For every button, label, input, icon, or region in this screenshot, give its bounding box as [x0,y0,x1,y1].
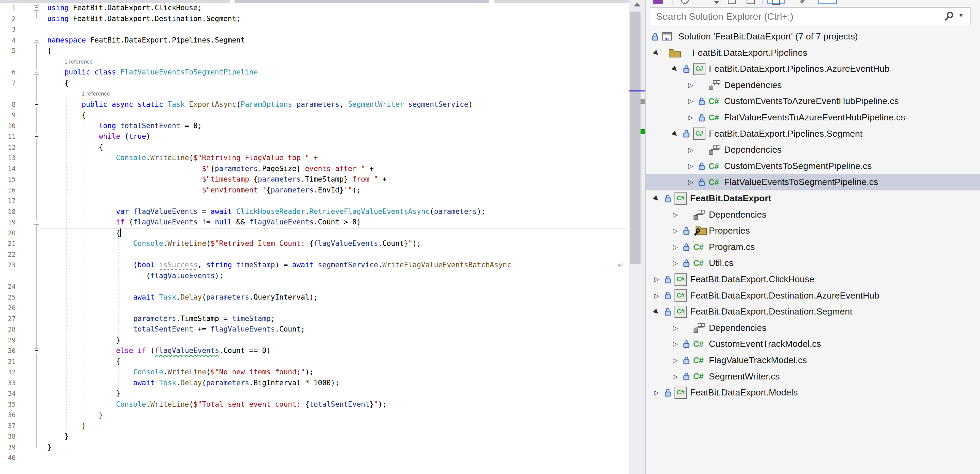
tree-item-featbit-dataexport-pipelines-azureeventhub[interactable]: ▶C#FeatBit.DataExport.Pipelines.AzureEve… [646,61,980,77]
code-row[interactable]: 24 [0,281,629,292]
tree-item-featbit-dataexport-clickhouse[interactable]: ▷C#FeatBit.DataExport.ClickHouse [646,271,980,288]
tree-item-flatvalueeventstosegmentpipeline-cs[interactable]: ▷C#FlatValueEventsToSegmentPipeline.cs [646,174,980,190]
code-row[interactable]: 40 [0,453,629,463]
tree-item-dependencies[interactable]: ▷Dependencies [646,142,980,158]
code-row[interactable]: 27 parameters.TimeStamp = timeStamp; [0,313,629,324]
code-row[interactable]: 7 { [0,78,629,89]
tree-item-dependencies[interactable]: ▷Dependencies [646,207,980,223]
tree-item-featbit-dataexport-models[interactable]: ▷C#FeatBit.DataExport.Models [646,385,980,401]
code-row[interactable]: 16 $"environment '{parameters.EnvId}'"); [0,185,629,196]
tree-item-customeventstoazureeventhubpipeline-cs[interactable]: ▷C#CustomEventsToAzureEventHubPipeline.c… [646,93,980,110]
codelens-row[interactable]: 1 reference [0,88,629,99]
code-row[interactable]: 1using FeatBit.DataExport.ClickHouse; [0,3,629,14]
expander-collapsed-icon[interactable]: ▷ [673,336,678,352]
code-row[interactable]: 23 (bool isSuccess, string timeStamp) = … [0,260,629,271]
expander-collapsed-icon[interactable]: ▷ [654,385,659,401]
code-row[interactable]: 22 [0,249,629,260]
codelens-references[interactable]: 1 reference [81,88,110,99]
fold-collapse-icon[interactable] [34,5,39,11]
expander-collapsed-icon[interactable]: ▷ [673,352,678,369]
expander-collapsed-icon[interactable]: ▷ [688,158,693,174]
tree-item-customeventstosegmentpipeline-cs[interactable]: ▷C#CustomEventsToSegmentPipeline.cs [646,158,980,174]
expander-collapsed-icon[interactable]: ▷ [688,77,693,94]
code-row[interactable]: 11 while (true) [0,131,629,142]
collapse-all-icon[interactable] [728,0,736,4]
tree-item-util-cs[interactable]: ▷C#Util.cs [646,255,980,271]
expander-expanded-icon[interactable]: ▶ [649,304,664,319]
code-row[interactable]: 20 { [0,228,629,239]
scrollbar-thumb[interactable] [630,11,641,264]
tree-item-featbit-dataexport-destination-azureeventhub[interactable]: ▷C#FeatBit.DataExport.Destination.AzureE… [646,288,980,304]
code-row[interactable]: 36 } [0,410,629,421]
code-row[interactable]: 19 if (flagValueEvents != null && flagVa… [0,217,629,228]
scrollbar-up-arrow-icon[interactable] [634,3,641,6]
expander-collapsed-icon[interactable]: ▷ [673,320,678,336]
expander-collapsed-icon[interactable]: ▷ [688,110,693,126]
codelens-row[interactable]: 1 reference [0,56,629,67]
tree-item-solution-featbit-dataexport-7-of-7-projects-[interactable]: ∞Solution 'FeatBit.DataExport' (7 of 7 p… [646,29,980,45]
expander-expanded-icon[interactable]: ▶ [649,45,664,60]
code-row[interactable]: (flagValueEvents); [0,271,629,281]
expander-collapsed-icon[interactable]: ▷ [673,207,678,223]
expander-expanded-icon[interactable]: ▶ [649,191,664,206]
code-row[interactable]: 12 { [0,142,629,153]
code-row[interactable]: 14 $"{parameters.PageSize} events after … [0,164,629,174]
code-row[interactable]: 2using FeatBit.DataExport.Destination.Se… [0,14,629,24]
code-row[interactable]: 39} [0,442,629,453]
tree-item-featbit-dataexport-destination-segment[interactable]: ▶C#FeatBit.DataExport.Destination.Segmen… [646,304,980,320]
code-row[interactable]: 6 public class FlatValueEventsToSegmentP… [0,67,629,78]
tree-item-dependencies[interactable]: ▷Dependencies [646,320,980,336]
sync-with-active-document-icon[interactable] [767,0,784,4]
show-all-files-icon[interactable] [746,0,755,4]
code-row[interactable]: 5{ [0,46,629,56]
code-editor[interactable]: 1using FeatBit.DataExport.ClickHouse;2us… [0,0,629,474]
fold-collapse-icon[interactable] [34,102,39,107]
expander-collapsed-icon[interactable]: ▷ [688,142,693,158]
tree-item-flatvalueeventstoazureeventhubpipeline-cs[interactable]: ▷C#FlatValueEventsToAzureEventHubPipelin… [646,110,980,126]
code-row[interactable]: 25 await Task.Delay(parameters.QueryInte… [0,292,629,303]
fold-collapse-icon[interactable] [34,348,39,353]
code-row[interactable]: 15 $"timestamp {parameters.TimeStamp} fr… [0,174,629,185]
expander-collapsed-icon[interactable]: ▷ [688,174,693,190]
refresh-icon[interactable] [680,0,689,4]
code-row[interactable]: 18 var flagValueEvents = await ClickHous… [0,206,629,217]
codelens-references[interactable]: 1 reference [65,56,93,67]
fold-collapse-icon[interactable] [34,220,39,225]
dropdown-caret-icon[interactable] [714,2,719,4]
editor-vertical-scrollbar[interactable] [629,0,645,474]
fold-collapse-icon[interactable] [34,70,39,75]
code-row[interactable]: 13 Console.WriteLine($"Retriving FlagVal… [0,153,629,164]
code-row[interactable]: 32 Console.WriteLine($"No new items foun… [0,367,629,378]
code-row[interactable]: 17 [0,196,629,206]
tree-item-flagvaluetrackmodel-cs[interactable]: ▷C#FlagValueTrackModel.cs [646,352,980,369]
tree-item-segmentwriter-cs[interactable]: ▷C#SegmentWriter.cs [646,369,980,385]
code-row[interactable]: 9 { [0,110,629,121]
search-input[interactable] [655,9,915,24]
fold-collapse-icon[interactable] [34,134,39,139]
code-row[interactable]: 28 totalSentEvent += flagValueEvents.Cou… [0,324,629,335]
code-row[interactable]: 3 [0,24,629,35]
tree-item-properties[interactable]: ▷Properties [646,223,980,239]
expander-expanded-icon[interactable]: ▶ [668,126,682,141]
tree-item-featbit-dataexport[interactable]: ▶C#FeatBit.DataExport [646,190,980,207]
expander-collapsed-icon[interactable]: ▷ [688,93,693,110]
code-row[interactable]: 34 } [0,388,629,399]
code-row[interactable]: 31 { [0,356,629,367]
expander-collapsed-icon[interactable]: ▷ [673,223,678,239]
code-row[interactable]: 35 Console.WriteLine($"Total sent event … [0,399,629,410]
code-row[interactable]: 8 public async static Task ExportAsync(P… [0,99,629,110]
expander-collapsed-icon[interactable]: ▷ [654,271,659,288]
tree-item-program-cs[interactable]: ▷C#Program.cs [646,239,980,255]
expander-collapsed-icon[interactable]: ▷ [673,239,678,255]
expander-collapsed-icon[interactable]: ▷ [654,288,659,304]
tree-item-featbit-dataexport-pipelines[interactable]: ▶FeatBit.DataExport.Pipelines [646,45,980,61]
code-row[interactable]: 38 } [0,431,629,442]
expander-collapsed-icon[interactable]: ▷ [673,255,678,271]
edit-pencil-icon[interactable] [800,0,810,4]
tree-item-dependencies[interactable]: ▷Dependencies [646,77,980,94]
search-icon[interactable] [944,11,955,24]
code-row[interactable]: 29 } [0,335,629,346]
code-row[interactable]: 4namespace FeatBit.DataExport.Pipelines.… [0,35,629,46]
code-row[interactable]: 21 Console.WriteLine($"Retrived Item Cou… [0,238,629,249]
fold-collapse-icon[interactable] [34,38,39,43]
